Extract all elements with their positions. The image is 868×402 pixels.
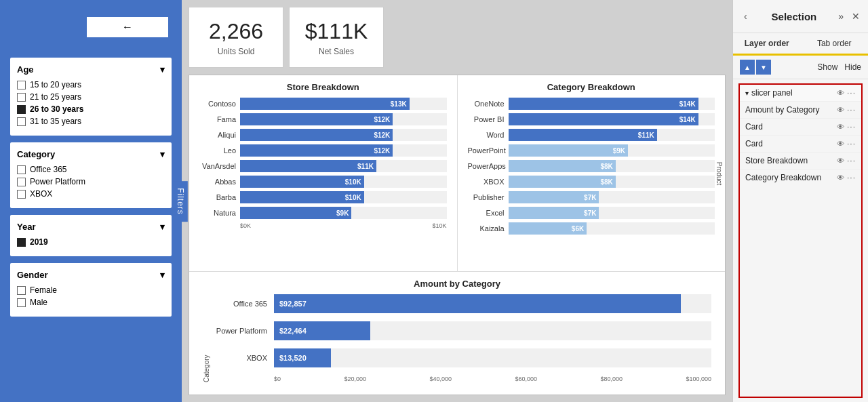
cat-bar-wrap: $8K — [509, 160, 715, 172]
age-item-3[interactable]: 26 to 30 years — [17, 104, 165, 114]
layer-card-2-more-icon[interactable]: ··· — [847, 139, 856, 148]
layer-card-1-more-icon[interactable]: ··· — [847, 122, 856, 132]
store-bar-label: Abbas — [199, 178, 240, 186]
gender-checkbox-2[interactable] — [17, 298, 26, 307]
slicer-eye-icon[interactable]: 👁 — [837, 89, 844, 97]
gender-checkbox-1[interactable] — [17, 286, 26, 295]
layer-amount-more-icon[interactable]: ··· — [847, 105, 856, 115]
store-bar-row: Natura $9K — [199, 207, 447, 219]
layer-card-1-icons: 👁 ··· — [837, 122, 856, 132]
slicer-panel-label: slicer panel — [751, 88, 793, 98]
age-checkbox-3[interactable] — [17, 105, 26, 114]
cat-checkbox-1[interactable] — [17, 165, 26, 174]
store-bar-wrap: $13K — [240, 98, 447, 110]
cat-bar-label: Word — [468, 131, 509, 139]
layer-store-breakdown[interactable]: Store Breakdown 👁 ··· — [740, 153, 861, 169]
layer-card-1-label: Card — [745, 122, 837, 132]
cat-checkbox-3[interactable] — [17, 190, 26, 199]
tabs-row: Layer order Tab order — [733, 33, 868, 56]
gender-item-1[interactable]: Female — [17, 285, 165, 295]
layer-category-breakdown[interactable]: Category Breakdown 👁 ··· — [740, 169, 861, 186]
gender-filter-header[interactable]: Gender ▾ — [17, 270, 165, 280]
amount-bars: Office 365 $92,857 Power Platform $22,46… — [213, 294, 711, 367]
age-filter-header[interactable]: Age ▾ — [17, 64, 165, 75]
layer-card-2-eye-icon[interactable]: 👁 — [837, 140, 844, 148]
cat-bar-row: Power BI $14K — [468, 113, 715, 125]
tab-layer-order[interactable]: Layer order — [733, 33, 801, 54]
age-item-2[interactable]: 21 to 25 years — [17, 92, 165, 102]
amount-bar-wrap: $22,464 — [274, 321, 711, 340]
year-item-1[interactable]: 2019 — [17, 237, 165, 247]
category-filter-header[interactable]: Category ▾ — [17, 149, 165, 159]
filters-tab[interactable]: Filters — [173, 181, 188, 222]
amount-bar-fill: $22,464 — [274, 321, 370, 340]
layer-store-eye-icon[interactable]: 👁 — [837, 157, 844, 165]
store-breakdown-bars: Contoso $13K Fama $12K Aliqui $12K Leo $… — [199, 98, 447, 219]
year-label: Year — [17, 222, 35, 232]
net-sales-card: $111K Net Sales — [289, 7, 384, 68]
age-chevron-icon: ▾ — [160, 64, 165, 75]
cat-item-3[interactable]: XBOX — [17, 189, 165, 199]
amount-bar-row: Office 365 $92,857 — [213, 294, 711, 313]
cat-item-2[interactable]: Power Platform — [17, 177, 165, 186]
layer-store-more-icon[interactable]: ··· — [847, 156, 856, 165]
cat-bar-fill: $6K — [509, 222, 587, 235]
slicer-more-icon[interactable]: ··· — [847, 88, 856, 98]
age-checkbox-4[interactable] — [17, 117, 26, 126]
store-bar-row: VanArsdel $11K — [199, 160, 447, 172]
age-item-4-label: 31 to 35 years — [30, 117, 81, 126]
layer-card-1[interactable]: Card 👁 ··· — [740, 119, 861, 136]
store-bar-wrap: $12K — [240, 144, 447, 157]
cat-bar-label: XBOX — [468, 178, 509, 186]
cat-checkbox-2[interactable] — [17, 178, 26, 186]
layer-amount-eye-icon[interactable]: 👁 — [837, 106, 844, 114]
store-bar-fill: $13K — [240, 98, 410, 110]
store-bar-label: Natura — [199, 209, 240, 217]
store-bar-wrap: $12K — [240, 129, 447, 141]
hide-button[interactable]: Hide — [844, 62, 861, 72]
cat-bar-label: PowerApps — [468, 162, 509, 170]
amount-bar-label: Office 365 — [213, 300, 274, 308]
show-button[interactable]: Show — [817, 62, 837, 72]
move-down-button[interactable]: ▼ — [756, 60, 771, 75]
cat-bar-wrap: $6K — [509, 222, 715, 235]
cat-bar-fill: $9K — [509, 144, 629, 157]
gender-item-2[interactable]: Male — [17, 298, 165, 307]
age-item-3-label: 26 to 30 years — [30, 104, 83, 114]
layer-category-more-icon[interactable]: ··· — [847, 173, 856, 182]
category-breakdown-title: Category Breakdown — [468, 82, 715, 92]
slicer-panel-group[interactable]: ▾ slicer panel 👁 ··· — [740, 85, 861, 102]
layer-amount-by-category[interactable]: Amount by Category 👁 ··· — [740, 102, 861, 119]
layer-card-2[interactable]: Card 👁 ··· — [740, 136, 861, 153]
move-up-button[interactable]: ▲ — [740, 60, 755, 75]
close-button[interactable]: ✕ — [850, 9, 861, 23]
age-item-1-label: 15 to 20 years — [30, 80, 81, 89]
amount-by-category-title: Amount by Category — [203, 279, 711, 289]
cat-item-1[interactable]: Office 365 — [17, 165, 165, 174]
cat-bar-row: Publisher $7K — [468, 191, 715, 203]
cat-bar-fill: $7K — [509, 191, 599, 203]
forward-button[interactable]: » — [837, 9, 845, 23]
amount-bar-fill: $92,857 — [274, 294, 681, 313]
store-bar-label: Aliqui — [199, 131, 240, 139]
age-filter: Age ▾ 15 to 20 years 21 to 25 years 26 t… — [10, 58, 172, 136]
category-axis-label: Category — [203, 294, 210, 382]
store-bar-fill: $12K — [240, 144, 393, 157]
layer-category-eye-icon[interactable]: 👁 — [837, 174, 844, 182]
age-checkbox-1[interactable] — [17, 81, 26, 89]
year-checkbox-1[interactable] — [17, 238, 26, 247]
age-checkbox-2[interactable] — [17, 93, 26, 102]
back-button[interactable]: ← — [87, 17, 168, 37]
store-bar-fill: $10K — [240, 191, 364, 203]
year-filter-header[interactable]: Year ▾ — [17, 222, 165, 232]
cat-bar-label: Power BI — [468, 115, 509, 123]
collapse-icon[interactable]: ‹ — [740, 5, 751, 27]
age-item-4[interactable]: 31 to 35 years — [17, 117, 165, 126]
back-arrow-icon: ← — [122, 21, 133, 33]
amount-bar-label: Power Platform — [213, 327, 274, 335]
tab-tab-order[interactable]: Tab order — [801, 33, 869, 54]
age-item-1[interactable]: 15 to 20 years — [17, 80, 165, 89]
layer-card-1-eye-icon[interactable]: 👁 — [837, 123, 844, 131]
category-breakdown-panel: Category Breakdown OneNote $14K Power BI… — [458, 75, 726, 271]
store-bar-fill: $10K — [240, 176, 364, 188]
